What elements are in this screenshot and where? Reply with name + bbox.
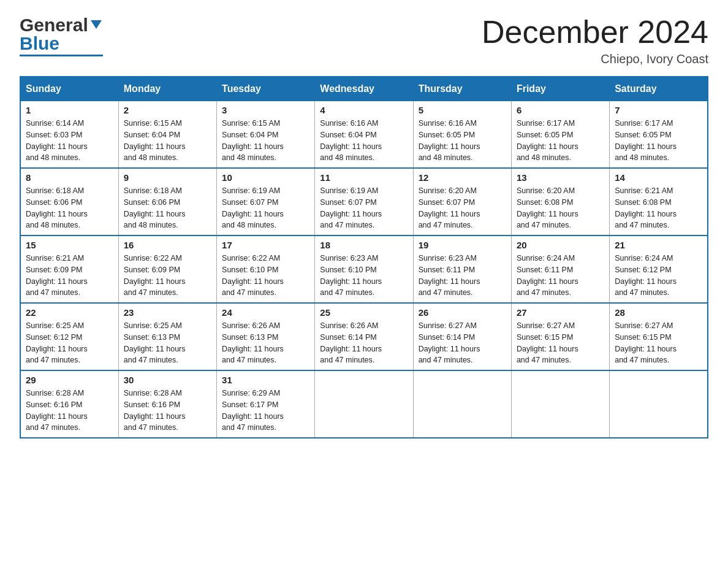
day-number: 12 (419, 172, 506, 183)
day-info: Sunrise: 6:19 AMSunset: 6:07 PMDaylight:… (320, 185, 408, 231)
table-row (511, 370, 609, 438)
day-number: 1 (26, 105, 113, 115)
table-row: 26Sunrise: 6:27 AMSunset: 6:14 PMDayligh… (413, 303, 511, 370)
day-number: 10 (222, 172, 309, 183)
day-info: Sunrise: 6:16 AMSunset: 6:05 PMDaylight:… (419, 118, 506, 164)
day-info: Sunrise: 6:24 AMSunset: 6:11 PMDaylight:… (517, 253, 604, 299)
table-row: 27Sunrise: 6:27 AMSunset: 6:15 PMDayligh… (511, 303, 609, 370)
day-number: 6 (517, 105, 604, 115)
day-info: Sunrise: 6:21 AMSunset: 6:08 PMDaylight:… (615, 185, 702, 231)
day-info: Sunrise: 6:28 AMSunset: 6:16 PMDaylight:… (26, 388, 113, 434)
table-row: 8Sunrise: 6:18 AMSunset: 6:06 PMDaylight… (20, 168, 118, 236)
day-info: Sunrise: 6:20 AMSunset: 6:07 PMDaylight:… (419, 185, 506, 231)
day-info: Sunrise: 6:27 AMSunset: 6:14 PMDaylight:… (419, 320, 506, 366)
table-row: 29Sunrise: 6:28 AMSunset: 6:16 PMDayligh… (20, 370, 118, 438)
day-info: Sunrise: 6:27 AMSunset: 6:15 PMDaylight:… (517, 320, 604, 366)
table-row: 1Sunrise: 6:14 AMSunset: 6:03 PMDaylight… (20, 101, 118, 169)
table-row: 17Sunrise: 6:22 AMSunset: 6:10 PMDayligh… (217, 236, 315, 303)
table-row: 28Sunrise: 6:27 AMSunset: 6:15 PMDayligh… (610, 303, 708, 370)
page-header: General Blue December 2024 Chiepo, Ivory… (20, 15, 708, 66)
day-number: 3 (222, 105, 309, 115)
calendar-week-row: 22Sunrise: 6:25 AMSunset: 6:12 PMDayligh… (20, 303, 708, 370)
day-number: 25 (320, 307, 408, 318)
table-row: 21Sunrise: 6:24 AMSunset: 6:12 PMDayligh… (610, 236, 708, 303)
calendar-week-row: 1Sunrise: 6:14 AMSunset: 6:03 PMDaylight… (20, 101, 708, 169)
day-number: 17 (222, 240, 309, 250)
calendar-week-row: 8Sunrise: 6:18 AMSunset: 6:06 PMDaylight… (20, 168, 708, 236)
day-number: 20 (517, 240, 604, 250)
day-number: 8 (26, 172, 113, 183)
day-info: Sunrise: 6:29 AMSunset: 6:17 PMDaylight:… (222, 388, 309, 434)
day-number: 19 (419, 240, 506, 250)
day-number: 29 (26, 375, 113, 385)
logo-underline (20, 55, 103, 56)
table-row: 23Sunrise: 6:25 AMSunset: 6:13 PMDayligh… (118, 303, 216, 370)
col-thursday: Thursday (413, 77, 511, 101)
day-number: 30 (124, 375, 211, 385)
table-row: 19Sunrise: 6:23 AMSunset: 6:11 PMDayligh… (413, 236, 511, 303)
table-row: 18Sunrise: 6:23 AMSunset: 6:10 PMDayligh… (315, 236, 413, 303)
table-row: 20Sunrise: 6:24 AMSunset: 6:11 PMDayligh… (511, 236, 609, 303)
logo: General Blue (20, 15, 103, 56)
day-info: Sunrise: 6:21 AMSunset: 6:09 PMDaylight:… (26, 253, 113, 299)
day-info: Sunrise: 6:23 AMSunset: 6:10 PMDaylight:… (320, 253, 408, 299)
table-row: 25Sunrise: 6:26 AMSunset: 6:14 PMDayligh… (315, 303, 413, 370)
col-saturday: Saturday (610, 77, 708, 101)
col-tuesday: Tuesday (217, 77, 315, 101)
day-info: Sunrise: 6:16 AMSunset: 6:04 PMDaylight:… (320, 118, 408, 164)
header-row: Sunday Monday Tuesday Wednesday Thursday… (20, 77, 708, 101)
logo-general-text: General (20, 15, 88, 36)
day-info: Sunrise: 6:24 AMSunset: 6:12 PMDaylight:… (615, 253, 702, 299)
day-info: Sunrise: 6:18 AMSunset: 6:06 PMDaylight:… (124, 185, 211, 231)
table-row: 7Sunrise: 6:17 AMSunset: 6:05 PMDaylight… (610, 101, 708, 169)
table-row: 10Sunrise: 6:19 AMSunset: 6:07 PMDayligh… (217, 168, 315, 236)
day-info: Sunrise: 6:25 AMSunset: 6:12 PMDaylight:… (26, 320, 113, 366)
day-number: 15 (26, 240, 113, 250)
day-number: 22 (26, 307, 113, 318)
table-row: 5Sunrise: 6:16 AMSunset: 6:05 PMDaylight… (413, 101, 511, 169)
table-row: 15Sunrise: 6:21 AMSunset: 6:09 PMDayligh… (20, 236, 118, 303)
col-monday: Monday (118, 77, 216, 101)
day-info: Sunrise: 6:23 AMSunset: 6:11 PMDaylight:… (419, 253, 506, 299)
table-row: 13Sunrise: 6:20 AMSunset: 6:08 PMDayligh… (511, 168, 609, 236)
table-row (413, 370, 511, 438)
title-area: December 2024 Chiepo, Ivory Coast (482, 15, 708, 66)
day-number: 2 (124, 105, 211, 115)
day-info: Sunrise: 6:19 AMSunset: 6:07 PMDaylight:… (222, 185, 309, 231)
day-number: 5 (419, 105, 506, 115)
day-info: Sunrise: 6:26 AMSunset: 6:14 PMDaylight:… (320, 320, 408, 366)
day-info: Sunrise: 6:22 AMSunset: 6:09 PMDaylight:… (124, 253, 211, 299)
day-number: 7 (615, 105, 702, 115)
day-number: 9 (124, 172, 211, 183)
month-title: December 2024 (482, 15, 708, 50)
day-number: 23 (124, 307, 211, 318)
day-number: 31 (222, 375, 309, 385)
day-number: 26 (419, 307, 506, 318)
table-row: 14Sunrise: 6:21 AMSunset: 6:08 PMDayligh… (610, 168, 708, 236)
day-info: Sunrise: 6:17 AMSunset: 6:05 PMDaylight:… (517, 118, 604, 164)
table-row: 4Sunrise: 6:16 AMSunset: 6:04 PMDaylight… (315, 101, 413, 169)
day-info: Sunrise: 6:17 AMSunset: 6:05 PMDaylight:… (615, 118, 702, 164)
table-row: 24Sunrise: 6:26 AMSunset: 6:13 PMDayligh… (217, 303, 315, 370)
table-row: 12Sunrise: 6:20 AMSunset: 6:07 PMDayligh… (413, 168, 511, 236)
day-number: 27 (517, 307, 604, 318)
location-text: Chiepo, Ivory Coast (482, 52, 708, 66)
calendar-table: Sunday Monday Tuesday Wednesday Thursday… (20, 76, 708, 439)
table-row: 3Sunrise: 6:15 AMSunset: 6:04 PMDaylight… (217, 101, 315, 169)
day-info: Sunrise: 6:25 AMSunset: 6:13 PMDaylight:… (124, 320, 211, 366)
day-number: 14 (615, 172, 702, 183)
logo-blue-text: Blue (20, 33, 59, 53)
table-row: 11Sunrise: 6:19 AMSunset: 6:07 PMDayligh… (315, 168, 413, 236)
day-number: 24 (222, 307, 309, 318)
table-row: 9Sunrise: 6:18 AMSunset: 6:06 PMDaylight… (118, 168, 216, 236)
day-info: Sunrise: 6:15 AMSunset: 6:04 PMDaylight:… (124, 118, 211, 164)
table-row (610, 370, 708, 438)
col-sunday: Sunday (20, 77, 118, 101)
day-number: 13 (517, 172, 604, 183)
logo-arrow-icon (89, 18, 103, 31)
table-row: 16Sunrise: 6:22 AMSunset: 6:09 PMDayligh… (118, 236, 216, 303)
table-row (315, 370, 413, 438)
table-row: 22Sunrise: 6:25 AMSunset: 6:12 PMDayligh… (20, 303, 118, 370)
table-row: 30Sunrise: 6:28 AMSunset: 6:16 PMDayligh… (118, 370, 216, 438)
day-number: 16 (124, 240, 211, 250)
